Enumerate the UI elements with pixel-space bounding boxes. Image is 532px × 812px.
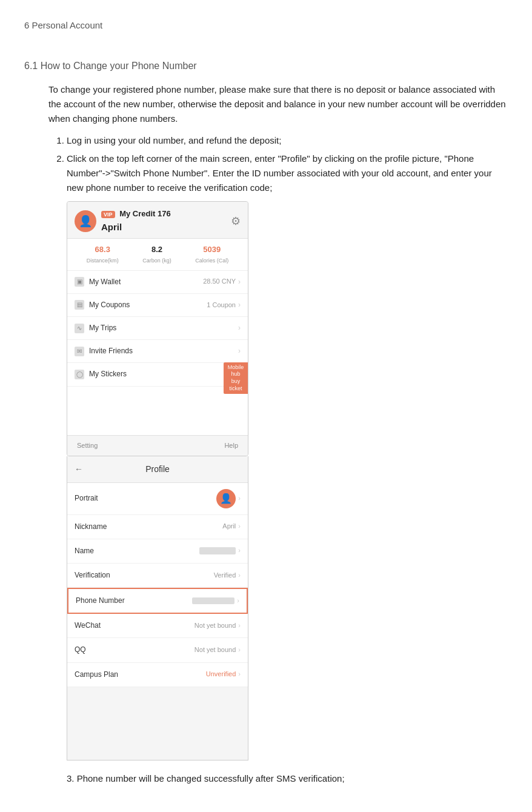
name-arrow: › <box>238 545 241 556</box>
stat-distance: 68.3 Distance(km) <box>87 244 119 265</box>
profile-bottom-spacer <box>67 687 248 760</box>
menu-item-stickers[interactable]: ◯ My Stickers › <box>67 363 248 386</box>
menu-item-wallet[interactable]: ▣ My Wallet 28.50 CNY › <box>67 271 248 294</box>
qq-arrow: › <box>238 645 241 656</box>
stat-distance-label: Distance(km) <box>87 256 119 265</box>
profile-title: Profile <box>88 462 227 476</box>
stat-distance-value: 68.3 <box>87 244 119 256</box>
profile-row-phone[interactable]: Phone Number › <box>67 588 248 614</box>
footer-setting[interactable]: Setting <box>77 441 98 451</box>
stat-calories: 5039 Calories (Cal) <box>195 244 228 265</box>
campus-value: Unverified <box>206 669 236 680</box>
profile-row-wechat[interactable]: WeChat Not yet bound › <box>67 614 248 638</box>
profile-header: ← Profile <box>67 456 248 482</box>
steps-list: Log in using your old number, and refund… <box>67 133 508 195</box>
menu-item-invite[interactable]: ✉ Invite Friends › <box>67 340 248 363</box>
phone-label: Phone Number <box>76 595 125 607</box>
invite-label: Invite Friends <box>89 345 133 357</box>
phone-arrow: › <box>237 596 239 607</box>
april-name: April <box>101 220 226 235</box>
coupon-icon: ▤ <box>75 300 84 310</box>
portrait-label: Portrait <box>75 493 98 504</box>
user-name: VIP My Credit 176 <box>101 208 226 221</box>
stat-carbon: 8.2 Carbon (kg) <box>142 244 171 265</box>
stat-carbon-value: 8.2 <box>142 244 171 256</box>
trips-icon: ∿ <box>75 324 84 333</box>
footer-help[interactable]: Help <box>224 441 238 451</box>
profile-row-verification[interactable]: Verification Verified › <box>67 564 248 588</box>
screen-spacer <box>67 387 248 435</box>
step-1: Log in using your old number, and refund… <box>67 133 508 148</box>
section-title: 6 Personal Account <box>24 18 508 33</box>
settings-icon: ⚙ <box>231 213 241 230</box>
campus-label: Campus Plan <box>75 669 118 681</box>
header-user-info: VIP My Credit 176 April <box>101 208 226 235</box>
profile-row-name[interactable]: Name › <box>67 539 248 564</box>
back-arrow-icon[interactable]: ← <box>75 462 83 476</box>
profile-row-qq[interactable]: QQ Not yet bound › <box>67 638 248 662</box>
stat-calories-value: 5039 <box>195 244 228 256</box>
qq-value: Not yet bound <box>195 645 236 656</box>
portrait-arrow: › <box>238 493 241 504</box>
name-placeholder <box>199 547 236 554</box>
screen-footer: Setting Help <box>67 435 248 456</box>
stickers-label: My Stickers <box>89 368 127 380</box>
verification-value: Verified <box>214 570 236 581</box>
coupons-value: 1 Coupon <box>207 300 236 311</box>
menu-item-trips[interactable]: ∿ My Trips › <box>67 317 248 340</box>
profile-body: Portrait 👤 › Nickname April › Nam <box>67 483 248 760</box>
trips-arrow: › <box>238 322 241 334</box>
nickname-arrow: › <box>238 521 241 532</box>
name-label: Name <box>75 545 94 557</box>
coupons-arrow: › <box>238 299 241 311</box>
wallet-label: My Wallet <box>89 276 121 288</box>
avatar: 👤 <box>75 210 96 232</box>
credit-label: My Credit 176 <box>119 209 171 218</box>
wallet-icon: ▣ <box>75 277 84 287</box>
menu-item-invite-left: ✉ Invite Friends <box>75 345 133 357</box>
wallet-value: 28.50 CNY <box>203 276 236 287</box>
phone-placeholder <box>192 597 234 604</box>
profile-row-nickname[interactable]: Nickname April › <box>67 515 248 539</box>
qq-label: QQ <box>75 644 86 656</box>
profile-avatar: 👤 <box>216 489 236 508</box>
main-phone-screen: 👤 VIP My Credit 176 April ⚙ 68.3 Distanc… <box>67 201 248 457</box>
invite-arrow: › <box>238 345 241 357</box>
trips-label: My Trips <box>89 322 116 334</box>
nickname-label: Nickname <box>75 521 107 533</box>
step-3: 3. Phone number will be changed successf… <box>67 771 508 786</box>
stat-carbon-label: Carbon (kg) <box>142 256 171 265</box>
vip-badge: VIP <box>101 211 115 218</box>
wallet-arrow: › <box>238 276 241 288</box>
wechat-label: WeChat <box>75 620 101 631</box>
menu-list: ▣ My Wallet 28.50 CNY › ▤ My Coupons 1 C… <box>67 271 248 387</box>
verification-arrow: › <box>238 570 241 581</box>
coupons-label: My Coupons <box>89 299 130 311</box>
subsection-title: 6.1 How to Change your Phone Number <box>24 58 508 74</box>
wechat-arrow: › <box>238 621 241 631</box>
nickname-value: April <box>222 521 236 532</box>
menu-item-coupons-left: ▤ My Coupons <box>75 299 130 311</box>
menu-item-stickers-left: ◯ My Stickers <box>75 368 127 380</box>
intro-paragraph: To change your registered phone number, … <box>48 82 508 126</box>
menu-item-trips-left: ∿ My Trips <box>75 322 116 334</box>
mobile-hub-tag: Mobilehubbuy ticket <box>224 362 248 394</box>
menu-item-wallet-left: ▣ My Wallet <box>75 276 121 288</box>
sticker-icon: ◯ <box>75 370 84 379</box>
menu-item-coupons[interactable]: ▤ My Coupons 1 Coupon › <box>67 294 248 317</box>
profile-row-portrait[interactable]: Portrait 👤 › <box>67 483 248 515</box>
screenshots-container: 👤 VIP My Credit 176 April ⚙ 68.3 Distanc… <box>67 201 508 760</box>
wechat-value: Not yet bound <box>195 621 236 631</box>
profile-screen: ← Profile Portrait 👤 › Nickname <box>67 456 248 760</box>
campus-arrow: › <box>238 669 241 680</box>
profile-row-campus[interactable]: Campus Plan Unverified › <box>67 663 248 687</box>
main-screen-wrapper: 👤 VIP My Credit 176 April ⚙ 68.3 Distanc… <box>67 201 248 760</box>
stat-calories-label: Calories (Cal) <box>195 256 228 265</box>
step-2: Click on the top left corner of the main… <box>67 151 508 195</box>
stats-row: 68.3 Distance(km) 8.2 Carbon (kg) 5039 C… <box>67 239 248 270</box>
invite-icon: ✉ <box>75 347 84 356</box>
verification-label: Verification <box>75 570 110 581</box>
main-screen-header: 👤 VIP My Credit 176 April ⚙ <box>67 202 248 239</box>
